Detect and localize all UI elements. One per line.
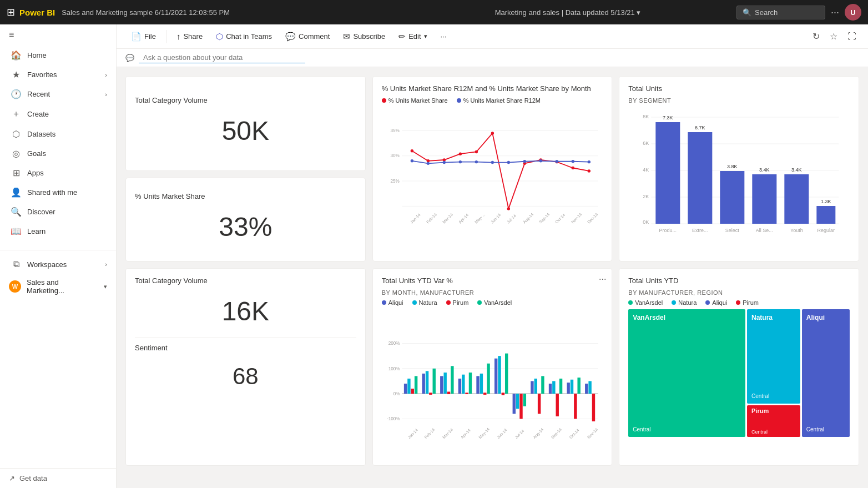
more-button[interactable]: ···	[435, 29, 452, 43]
svg-rect-92	[462, 375, 465, 394]
share-button[interactable]: ↑ Share	[171, 29, 208, 44]
treemap-cell-natura[interactable]: Natura Central	[747, 309, 800, 404]
svg-text:0%: 0%	[393, 391, 400, 396]
svg-rect-105	[519, 394, 522, 419]
svg-rect-102	[505, 354, 508, 394]
card-total-units: Total Units BY SEGMENT 8K 6K 4K 2K 0K	[619, 76, 859, 261]
sidebar-item-create[interactable]: ＋ Create	[0, 104, 116, 124]
fullscreen-icon[interactable]: ⛶	[845, 29, 859, 44]
treemap-sublabel: Central	[751, 429, 768, 435]
shared-icon: 👤	[11, 187, 22, 198]
main-content: 📄 File ↑ Share ⬡ Chat in Teams 💬 Comment…	[117, 24, 868, 488]
sidebar-item-datasets[interactable]: ⬡ Datasets	[0, 124, 116, 144]
chat-teams-button[interactable]: ⬡ Chat in Teams	[210, 29, 277, 44]
file-button[interactable]: 📄 File	[125, 29, 162, 44]
discover-icon: 🔍	[11, 207, 22, 217]
get-data-button[interactable]: ↗ Get data	[0, 468, 116, 488]
favorite-icon[interactable]: ☆	[827, 28, 840, 44]
sidebar-item-workspaces[interactable]: ⧉ Workspaces ›	[0, 255, 116, 274]
refresh-icon[interactable]: ↻	[810, 28, 822, 44]
toolbar-divider	[166, 30, 166, 43]
sidebar-item-label: Workspaces	[27, 260, 99, 269]
svg-point-25	[507, 161, 509, 164]
svg-text:Mar-14: Mar-14	[441, 427, 454, 440]
svg-text:Youth: Youth	[790, 228, 803, 233]
svg-rect-84	[425, 371, 428, 394]
svg-rect-57	[720, 171, 745, 224]
treemap-sublabel: Central	[633, 426, 650, 432]
card-title: Total Category Volume	[135, 96, 356, 104]
brand-name: Power BI	[19, 8, 55, 17]
treemap-cell-aliqui[interactable]: Aliqui Central	[802, 309, 850, 437]
sidebar-item-label: Discover	[27, 208, 107, 216]
svg-rect-103	[512, 394, 515, 414]
kpi-value: 16K	[135, 285, 356, 332]
svg-point-19	[410, 159, 413, 162]
sidebar-item-shared[interactable]: 👤 Shared with me	[0, 183, 116, 202]
subscribe-button[interactable]: ✉ Subscribe	[337, 29, 391, 44]
svg-rect-104	[516, 394, 519, 409]
svg-text:Jul-14: Jul-14	[506, 213, 517, 224]
svg-text:Produ...: Produ...	[659, 228, 677, 233]
qa-input[interactable]	[139, 52, 305, 63]
more-options-icon[interactable]: ···	[831, 7, 839, 18]
card-title: % Units Market Share	[135, 192, 356, 200]
svg-rect-81	[411, 389, 413, 394]
svg-text:Select: Select	[725, 228, 740, 233]
toolbar: 📄 File ↑ Share ⬡ Chat in Teams 💬 Comment…	[117, 24, 868, 49]
edit-chevron-icon: ▾	[424, 33, 427, 40]
svg-text:Feb-14: Feb-14	[423, 427, 436, 440]
sentiment-title: Sentiment	[135, 344, 356, 352]
svg-rect-86	[432, 369, 435, 394]
card-title: Total Units YTD	[628, 276, 850, 285]
get-data-label: Get data	[19, 474, 47, 482]
treemap-cell-vanarsdel[interactable]: VanArsdel Central	[628, 309, 745, 437]
svg-text:Oct-14: Oct-14	[568, 427, 580, 440]
svg-rect-115	[567, 383, 569, 394]
search-box[interactable]: 🔍 Search	[736, 6, 825, 19]
svg-text:-100%: -100%	[387, 416, 400, 421]
svg-rect-95	[476, 376, 479, 394]
line-chart-svg: 35% 30% 25%	[382, 109, 603, 243]
avatar[interactable]: U	[845, 4, 861, 21]
file-label: File	[144, 32, 156, 41]
legend-item-pirum: Pirum	[446, 299, 469, 306]
svg-rect-112	[552, 381, 555, 394]
apps-grid-icon[interactable]: ⊞	[7, 6, 15, 18]
dataset-info[interactable]: Marketing and sales | Data updated 5/13/…	[399, 8, 736, 17]
more-options-icon[interactable]: ···	[599, 274, 606, 284]
sidebar-item-discover[interactable]: 🔍 Discover	[0, 202, 116, 222]
comment-button[interactable]: 💬 Comment	[280, 29, 335, 44]
sidebar-item-learn[interactable]: 📖 Learn	[0, 222, 116, 241]
sidebar-workspace-item[interactable]: W Sales and Marketing... ▾	[0, 274, 116, 299]
svg-text:200%: 200%	[388, 341, 400, 346]
sidebar-item-goals[interactable]: ◎ Goals	[0, 144, 116, 163]
sidebar: ≡ 🏠 Home ★ Favorites › 🕐 Recent › ＋ Crea…	[0, 24, 117, 488]
sidebar-item-label: Create	[27, 110, 107, 118]
svg-text:Oct-14: Oct-14	[554, 213, 566, 225]
svg-rect-82	[415, 376, 417, 394]
sidebar-toggle[interactable]: ≡	[0, 24, 116, 46]
sidebar-item-apps[interactable]: ⊞ Apps	[0, 163, 116, 183]
treemap-cell-pirum[interactable]: Pirum Central	[747, 405, 800, 437]
card-total-units-ytd: Total Units YTD BY MANUFACTURER, REGION …	[619, 268, 859, 466]
sidebar-item-label: Shared with me	[27, 188, 107, 197]
qa-icon: 💬	[125, 54, 134, 62]
teams-icon: ⬡	[216, 32, 223, 42]
treemap-label: Pirum	[751, 407, 769, 414]
edit-button[interactable]: ✏ Edit ▾	[393, 29, 432, 44]
svg-rect-120	[588, 381, 591, 394]
sidebar-item-favorites[interactable]: ★ Favorites ›	[0, 65, 116, 84]
comment-label: Comment	[299, 32, 330, 41]
subscribe-icon: ✉	[343, 32, 350, 42]
qa-bar: 💬	[117, 49, 868, 67]
sidebar-item-recent[interactable]: 🕐 Recent ›	[0, 84, 116, 104]
svg-text:1.3K: 1.3K	[821, 199, 831, 204]
workspaces-icon: ⧉	[11, 259, 22, 269]
svg-text:6.7K: 6.7K	[695, 125, 705, 130]
sidebar-item-label: Favorites	[27, 71, 99, 79]
svg-text:May-…: May-…	[473, 212, 486, 225]
sidebar-item-home[interactable]: 🏠 Home	[0, 46, 116, 65]
svg-text:0K: 0K	[643, 219, 649, 225]
treemap-sublabel: Central	[806, 426, 824, 432]
